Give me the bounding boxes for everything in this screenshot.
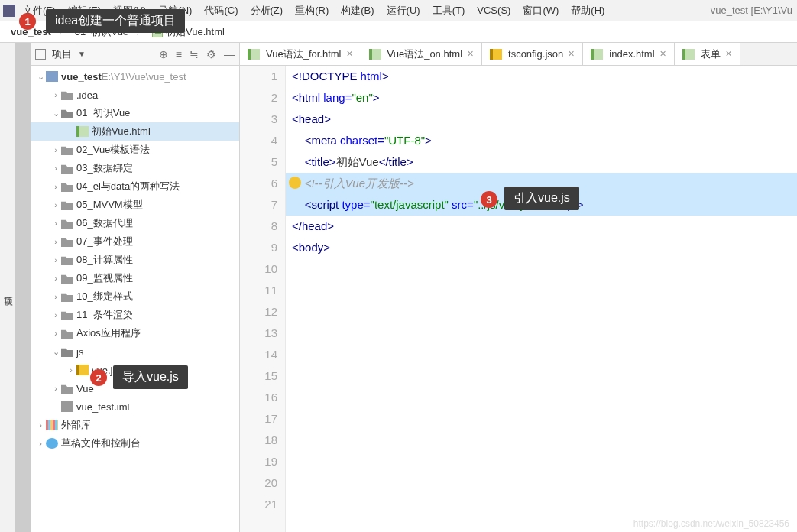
close-icon[interactable]: ✕	[568, 49, 575, 59]
lightbulb-icon[interactable]	[289, 177, 301, 189]
code-line[interactable]: </head>	[286, 216, 797, 237]
tree-item[interactable]: ›06_数据代理	[31, 214, 239, 232]
tree-item[interactable]: ›02_Vue模板语法	[31, 141, 239, 159]
menu-item[interactable]: VCS(S)	[471, 3, 517, 18]
project-tree[interactable]: ⌄vue_test E:\Y1\Vue\vue_test›.idea⌄01_初识…	[31, 66, 239, 532]
code-line[interactable]	[286, 301, 797, 323]
dropdown-icon[interactable]: ▼	[78, 50, 86, 58]
code-line[interactable]	[286, 451, 797, 472]
chevron-right-icon[interactable]: ›	[50, 329, 61, 338]
chevron-down-icon[interactable]: ⌄	[35, 72, 46, 82]
chevron-right-icon[interactable]: ›	[50, 145, 61, 154]
menu-item[interactable]: 构建(B)	[335, 3, 380, 18]
menu-item[interactable]: 代码(C)	[198, 3, 244, 18]
tree-item[interactable]: ›11_条件渲染	[31, 306, 239, 324]
chevron-right-icon[interactable]: ›	[50, 200, 61, 209]
code-line[interactable]	[286, 494, 797, 515]
chevron-right-icon[interactable]: ›	[50, 384, 61, 393]
menu-item[interactable]: 工具(T)	[426, 3, 471, 18]
tree-item[interactable]: ›05_MVVM模型	[31, 196, 239, 214]
tree-item[interactable]: ›07_事件处理	[31, 232, 239, 251]
folder-icon	[61, 310, 73, 320]
chevron-right-icon[interactable]: ›	[35, 420, 46, 430]
code-line[interactable]: <body>	[286, 237, 797, 258]
lib-icon	[46, 420, 58, 430]
editor-tab[interactable]: tsconfig.json✕	[482, 43, 583, 65]
tree-item[interactable]: ›03_数据绑定	[31, 159, 239, 177]
tree-label: 04_el与data的两种写法	[76, 180, 180, 193]
code-line[interactable]	[286, 365, 797, 387]
code-line[interactable]: <title>初始Vue</title>	[286, 151, 797, 173]
chevron-right-icon[interactable]: ›	[50, 292, 61, 301]
tree-item[interactable]: ›外部库	[31, 416, 239, 434]
tree-item[interactable]: ›08_计算属性	[31, 251, 239, 269]
code-line[interactable]: <meta charset="UTF-8">	[286, 130, 797, 151]
tab-label: 表单	[701, 47, 721, 61]
menu-item[interactable]: 重构(R)	[289, 3, 335, 18]
tree-item[interactable]: ·初始Vue.html	[31, 122, 239, 141]
line-number: 7	[240, 194, 277, 216]
expand-icon[interactable]: ≡	[176, 48, 182, 60]
chevron-right-icon[interactable]: ›	[50, 255, 61, 264]
close-icon[interactable]: ✕	[467, 49, 474, 59]
chevron-right-icon[interactable]: ›	[50, 90, 61, 99]
tree-item[interactable]: ›草稿文件和控制台	[31, 434, 239, 453]
menu-item[interactable]: 窗口(W)	[517, 3, 565, 18]
line-number: 10	[240, 258, 277, 280]
code-line[interactable]	[286, 472, 797, 494]
collapse-icon[interactable]: ≒	[190, 48, 199, 60]
code-line[interactable]	[286, 258, 797, 280]
code-line[interactable]: <head>	[286, 109, 797, 130]
editor-tab[interactable]: Vue语法_on.html✕	[361, 43, 483, 65]
line-number: 6	[240, 173, 277, 194]
editor-tab[interactable]: Vue语法_for.html✕	[240, 43, 361, 65]
code-line[interactable]	[286, 387, 797, 408]
code-content[interactable]: <!DOCTYPE html><html lang="en"><head> <m…	[286, 66, 797, 532]
code-line[interactable]: <!DOCTYPE html>	[286, 66, 797, 87]
tree-item[interactable]: ›.idea	[31, 86, 239, 104]
chevron-right-icon[interactable]: ›	[50, 182, 61, 191]
chevron-right-icon[interactable]: ›	[66, 365, 76, 375]
chevron-right-icon[interactable]: ›	[50, 310, 61, 320]
close-icon[interactable]: ✕	[346, 49, 353, 59]
editor-tab[interactable]: 表单✕	[675, 43, 740, 65]
tree-label: Axios应用程序	[76, 326, 141, 340]
callout-badge-3: 3	[481, 191, 497, 208]
panel-pin-icon[interactable]	[35, 49, 46, 60]
line-number: 9	[240, 237, 277, 258]
gear-icon[interactable]: ⚙	[206, 48, 216, 60]
tree-item[interactable]: ⌄vue_test E:\Y1\Vue\vue_test	[31, 67, 239, 86]
code-line[interactable]	[286, 430, 797, 451]
code-editor[interactable]: 123456789101112131415161718192021 <!DOCT…	[240, 66, 797, 532]
line-number: 21	[240, 494, 277, 515]
callout-badge-1: 1	[19, 13, 36, 30]
close-icon[interactable]: ✕	[659, 49, 666, 59]
chevron-right-icon[interactable]: ›	[50, 219, 61, 228]
hide-icon[interactable]: —	[224, 48, 235, 60]
chevron-down-icon[interactable]: ⌄	[50, 347, 61, 357]
locate-icon[interactable]: ⊕	[159, 48, 168, 60]
menu-item[interactable]: 帮助(H)	[565, 3, 611, 18]
tree-item[interactable]: ›04_el与data的两种写法	[31, 177, 239, 196]
menu-item[interactable]: 分析(Z)	[245, 3, 290, 18]
chevron-right-icon[interactable]: ›	[50, 274, 61, 283]
menu-item[interactable]: 运行(U)	[381, 3, 426, 18]
project-tool-tab[interactable]: 项目	[0, 43, 15, 532]
chevron-right-icon[interactable]: ›	[50, 164, 61, 173]
code-line[interactable]	[286, 408, 797, 430]
tree-item[interactable]: ⌄01_初识Vue	[31, 104, 239, 122]
close-icon[interactable]: ✕	[725, 49, 732, 59]
tree-item[interactable]: ⌄js	[31, 342, 239, 361]
editor-tab[interactable]: index.html✕	[583, 43, 674, 65]
tree-item[interactable]: ›09_监视属性	[31, 269, 239, 287]
code-line[interactable]	[286, 323, 797, 344]
code-line[interactable]: <html lang="en">	[286, 87, 797, 109]
code-line[interactable]	[286, 344, 797, 365]
code-line[interactable]	[286, 280, 797, 301]
chevron-down-icon[interactable]: ⌄	[50, 109, 61, 118]
chevron-right-icon[interactable]: ›	[35, 439, 46, 448]
tree-item[interactable]: ›10_绑定样式	[31, 287, 239, 306]
chevron-right-icon[interactable]: ›	[50, 237, 61, 246]
tree-item[interactable]: ›Axios应用程序	[31, 324, 239, 342]
tree-item[interactable]: ·vue_test.iml	[31, 397, 239, 416]
